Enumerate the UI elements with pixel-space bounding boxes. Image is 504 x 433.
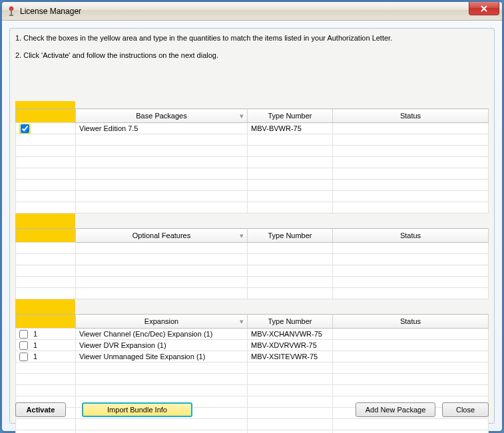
app-icon bbox=[6, 6, 17, 17]
checkbox-cell[interactable]: 1 bbox=[16, 329, 76, 340]
import-bundle-info-button[interactable]: Import Bundle Info bbox=[82, 402, 192, 417]
type-cell: MBV-XSITEVWR-75 bbox=[248, 351, 333, 362]
row-checkbox[interactable] bbox=[19, 341, 28, 350]
svg-rect-2 bbox=[9, 15, 13, 16]
sort-indicator-icon: ▾ bbox=[240, 112, 244, 116]
col-status[interactable]: Status bbox=[333, 229, 489, 243]
table-row[interactable]: 1Viewer Unmanaged Site Expansion (1)MBV-… bbox=[16, 351, 489, 362]
status-cell bbox=[333, 329, 489, 340]
name-cell: Viewer DVR Expansion (1) bbox=[76, 340, 248, 351]
table-row[interactable]: Viewer Edition 7.5MBV-BVWR-75 bbox=[16, 123, 489, 134]
checkbox-cell[interactable] bbox=[16, 123, 76, 134]
table-row-empty bbox=[16, 419, 489, 430]
base-packages-table: Base Packages▾ Type Number Status Viewer… bbox=[15, 108, 489, 214]
instruction-line-1: 1. Check the boxes in the yellow area an… bbox=[15, 34, 489, 42]
table-row-empty bbox=[16, 385, 489, 396]
table-row-empty bbox=[16, 134, 489, 146]
table-row-empty bbox=[16, 374, 489, 385]
quantity-value: 1 bbox=[33, 341, 37, 349]
col-expansion[interactable]: Expansion▾ bbox=[76, 315, 248, 329]
col-checkbox bbox=[16, 315, 76, 329]
col-status[interactable]: Status bbox=[333, 315, 489, 329]
titlebar[interactable]: License Manager bbox=[2, 2, 502, 21]
quantity-value: 1 bbox=[33, 353, 37, 361]
activate-button[interactable]: Activate bbox=[15, 402, 66, 417]
col-base-packages[interactable]: Base Packages▾ bbox=[76, 109, 248, 123]
table-row-empty bbox=[16, 243, 489, 254]
status-cell bbox=[333, 123, 489, 134]
sort-indicator-icon: ▾ bbox=[240, 231, 244, 235]
svg-rect-1 bbox=[11, 10, 12, 15]
row-checkbox[interactable] bbox=[21, 124, 29, 133]
status-cell bbox=[333, 340, 489, 351]
col-type-number[interactable]: Type Number bbox=[248, 109, 333, 123]
name-cell: Viewer Channel (Enc/Dec) Expansion (1) bbox=[76, 329, 248, 340]
close-button[interactable]: Close bbox=[442, 402, 489, 417]
row-checkbox[interactable] bbox=[19, 330, 28, 339]
row-checkbox[interactable] bbox=[19, 353, 28, 361]
table-row-empty bbox=[16, 191, 489, 202]
table-row-empty bbox=[16, 254, 489, 265]
type-cell: MBV-BVWR-75 bbox=[248, 123, 333, 134]
name-cell: Viewer Edition 7.5 bbox=[76, 123, 248, 134]
col-checkbox bbox=[16, 109, 76, 123]
window-title: License Manager bbox=[20, 7, 81, 16]
checkbox-cell[interactable]: 1 bbox=[16, 351, 76, 362]
table-row[interactable]: 1Viewer Channel (Enc/Dec) Expansion (1)M… bbox=[16, 329, 489, 340]
license-manager-window: License Manager 1. Check the boxes in th… bbox=[1, 1, 503, 432]
instruction-line-2: 2. Click 'Activate' and follow the instr… bbox=[15, 51, 489, 59]
table-row-empty bbox=[16, 157, 489, 168]
status-cell bbox=[333, 351, 489, 362]
add-new-package-button[interactable]: Add New Package bbox=[356, 402, 435, 417]
name-cell: Viewer Unmanaged Site Expansion (1) bbox=[76, 351, 248, 362]
col-type-number[interactable]: Type Number bbox=[248, 315, 333, 329]
instructions: 1. Check the boxes in the yellow area an… bbox=[10, 29, 494, 80]
quantity-value: 1 bbox=[33, 330, 37, 338]
table-row-empty bbox=[16, 146, 489, 157]
window-close-button[interactable] bbox=[469, 2, 499, 15]
col-checkbox bbox=[16, 229, 76, 243]
col-optional-features[interactable]: Optional Features▾ bbox=[76, 229, 248, 243]
sort-indicator-icon: ▾ bbox=[240, 317, 244, 321]
checkbox-cell[interactable]: 1 bbox=[16, 340, 76, 351]
table-row-empty bbox=[16, 430, 489, 434]
col-type-number[interactable]: Type Number bbox=[248, 229, 333, 243]
type-cell: MBV-XDVRVWR-75 bbox=[248, 340, 333, 351]
type-cell: MBV-XCHANVWR-75 bbox=[248, 329, 333, 340]
table-row-empty bbox=[16, 180, 489, 191]
table-row-empty bbox=[16, 277, 489, 288]
table-row-empty bbox=[16, 202, 489, 214]
optional-features-table: Optional Features▾ Type Number Status bbox=[15, 228, 489, 299]
table-row-empty bbox=[16, 362, 489, 374]
table-row-empty bbox=[16, 265, 489, 277]
col-status[interactable]: Status bbox=[333, 109, 489, 123]
table-row-empty bbox=[16, 288, 489, 299]
table-row[interactable]: 1Viewer DVR Expansion (1)MBV-XDVRVWR-75 bbox=[16, 340, 489, 351]
table-row-empty bbox=[16, 168, 489, 180]
